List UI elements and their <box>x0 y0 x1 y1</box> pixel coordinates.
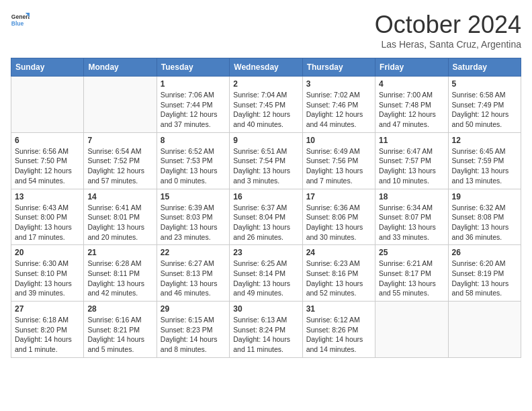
weekday-header: Wednesday <box>230 58 302 77</box>
calendar-cell: 31Sunrise: 6:12 AM Sunset: 8:26 PM Dayli… <box>302 302 375 358</box>
svg-text:Blue: Blue <box>11 20 24 27</box>
day-info: Sunrise: 6:41 AM Sunset: 8:01 PM Dayligh… <box>87 203 152 242</box>
calendar-cell: 11Sunrise: 6:47 AM Sunset: 7:57 PM Dayli… <box>375 132 448 189</box>
calendar-cell: 19Sunrise: 6:32 AM Sunset: 8:08 PM Dayli… <box>448 189 521 245</box>
day-number: 3 <box>306 79 371 89</box>
calendar-cell: 4Sunrise: 7:00 AM Sunset: 7:48 PM Daylig… <box>375 77 448 133</box>
day-info: Sunrise: 6:36 AM Sunset: 8:06 PM Dayligh… <box>306 203 371 242</box>
day-number: 14 <box>87 192 152 201</box>
calendar-week-row: 13Sunrise: 6:43 AM Sunset: 8:00 PM Dayli… <box>11 189 521 245</box>
day-info: Sunrise: 6:37 AM Sunset: 8:04 PM Dayligh… <box>233 203 298 242</box>
weekday-header: Tuesday <box>157 58 229 77</box>
day-info: Sunrise: 7:00 AM Sunset: 7:48 PM Dayligh… <box>379 90 444 130</box>
calendar-cell: 1Sunrise: 7:06 AM Sunset: 7:44 PM Daylig… <box>157 77 229 133</box>
day-number: 28 <box>87 304 152 314</box>
day-number: 18 <box>379 192 444 201</box>
calendar-cell: 15Sunrise: 6:39 AM Sunset: 8:03 PM Dayli… <box>157 189 229 245</box>
day-number: 15 <box>161 192 226 201</box>
calendar-cell: 27Sunrise: 6:18 AM Sunset: 8:20 PM Dayli… <box>11 302 84 358</box>
page-header: General Blue October 2024 Las Heras, San… <box>11 11 521 50</box>
day-info: Sunrise: 6:39 AM Sunset: 8:03 PM Dayligh… <box>161 203 226 242</box>
day-number: 2 <box>233 79 298 89</box>
day-info: Sunrise: 6:58 AM Sunset: 7:49 PM Dayligh… <box>452 90 517 130</box>
calendar-cell: 21Sunrise: 6:28 AM Sunset: 8:11 PM Dayli… <box>84 245 157 302</box>
weekday-header: Sunday <box>11 58 84 77</box>
day-number: 8 <box>161 136 226 145</box>
day-number: 26 <box>452 248 517 257</box>
day-info: Sunrise: 6:30 AM Sunset: 8:10 PM Dayligh… <box>15 259 80 298</box>
day-info: Sunrise: 6:25 AM Sunset: 8:14 PM Dayligh… <box>233 259 298 298</box>
calendar-week-row: 1Sunrise: 7:06 AM Sunset: 7:44 PM Daylig… <box>11 77 521 133</box>
calendar-cell: 17Sunrise: 6:36 AM Sunset: 8:06 PM Dayli… <box>302 189 375 245</box>
day-number: 7 <box>87 136 152 145</box>
day-info: Sunrise: 6:54 AM Sunset: 7:52 PM Dayligh… <box>87 146 152 186</box>
logo: General Blue <box>11 11 30 30</box>
calendar-cell: 14Sunrise: 6:41 AM Sunset: 8:01 PM Dayli… <box>84 189 157 245</box>
day-info: Sunrise: 6:56 AM Sunset: 7:50 PM Dayligh… <box>15 146 80 186</box>
day-info: Sunrise: 6:15 AM Sunset: 8:23 PM Dayligh… <box>161 315 226 355</box>
day-info: Sunrise: 6:12 AM Sunset: 8:26 PM Dayligh… <box>306 315 371 355</box>
day-number: 22 <box>161 248 226 257</box>
calendar-cell: 6Sunrise: 6:56 AM Sunset: 7:50 PM Daylig… <box>11 132 84 189</box>
day-number: 16 <box>233 192 298 201</box>
day-number: 21 <box>87 248 152 257</box>
day-number: 19 <box>452 192 517 201</box>
calendar-cell <box>375 302 448 358</box>
calendar-cell: 26Sunrise: 6:20 AM Sunset: 8:19 PM Dayli… <box>448 245 521 302</box>
calendar-cell: 28Sunrise: 6:16 AM Sunset: 8:21 PM Dayli… <box>84 302 157 358</box>
day-number: 29 <box>161 304 226 314</box>
calendar-cell: 12Sunrise: 6:45 AM Sunset: 7:59 PM Dayli… <box>448 132 521 189</box>
calendar-cell: 7Sunrise: 6:54 AM Sunset: 7:52 PM Daylig… <box>84 132 157 189</box>
weekday-header-row: SundayMondayTuesdayWednesdayThursdayFrid… <box>11 58 521 77</box>
day-number: 10 <box>306 136 371 145</box>
day-number: 30 <box>233 304 298 314</box>
day-number: 1 <box>161 79 226 89</box>
calendar-cell: 25Sunrise: 6:21 AM Sunset: 8:17 PM Dayli… <box>375 245 448 302</box>
day-number: 12 <box>452 136 517 145</box>
calendar-cell: 3Sunrise: 7:02 AM Sunset: 7:46 PM Daylig… <box>302 77 375 133</box>
day-number: 13 <box>15 192 80 201</box>
day-info: Sunrise: 6:43 AM Sunset: 8:00 PM Dayligh… <box>15 203 80 242</box>
day-number: 4 <box>379 79 444 89</box>
calendar-cell: 18Sunrise: 6:34 AM Sunset: 8:07 PM Dayli… <box>375 189 448 245</box>
calendar-cell: 23Sunrise: 6:25 AM Sunset: 8:14 PM Dayli… <box>230 245 302 302</box>
day-info: Sunrise: 6:13 AM Sunset: 8:24 PM Dayligh… <box>233 315 298 355</box>
weekday-header: Friday <box>375 58 448 77</box>
calendar-cell: 2Sunrise: 7:04 AM Sunset: 7:45 PM Daylig… <box>230 77 302 133</box>
calendar-cell: 13Sunrise: 6:43 AM Sunset: 8:00 PM Dayli… <box>11 189 84 245</box>
day-info: Sunrise: 7:02 AM Sunset: 7:46 PM Dayligh… <box>306 90 371 130</box>
calendar-cell: 30Sunrise: 6:13 AM Sunset: 8:24 PM Dayli… <box>230 302 302 358</box>
location: Las Heras, Santa Cruz, Argentina <box>375 39 521 50</box>
weekday-header: Monday <box>84 58 157 77</box>
calendar-cell <box>84 77 157 133</box>
logo-icon: General Blue <box>11 11 30 30</box>
title-block: October 2024 Las Heras, Santa Cruz, Arge… <box>375 11 521 50</box>
calendar-cell <box>448 302 521 358</box>
day-info: Sunrise: 6:45 AM Sunset: 7:59 PM Dayligh… <box>452 146 517 186</box>
day-info: Sunrise: 6:32 AM Sunset: 8:08 PM Dayligh… <box>452 203 517 242</box>
day-number: 9 <box>233 136 298 145</box>
day-number: 27 <box>15 304 80 314</box>
calendar-cell: 5Sunrise: 6:58 AM Sunset: 7:49 PM Daylig… <box>448 77 521 133</box>
day-number: 11 <box>379 136 444 145</box>
calendar-table: SundayMondayTuesdayWednesdayThursdayFrid… <box>11 58 521 358</box>
day-info: Sunrise: 6:47 AM Sunset: 7:57 PM Dayligh… <box>379 146 444 186</box>
day-number: 20 <box>15 248 80 257</box>
calendar-week-row: 27Sunrise: 6:18 AM Sunset: 8:20 PM Dayli… <box>11 302 521 358</box>
day-info: Sunrise: 6:52 AM Sunset: 7:53 PM Dayligh… <box>161 146 226 186</box>
day-number: 31 <box>306 304 371 314</box>
calendar-cell: 9Sunrise: 6:51 AM Sunset: 7:54 PM Daylig… <box>230 132 302 189</box>
calendar-week-row: 20Sunrise: 6:30 AM Sunset: 8:10 PM Dayli… <box>11 245 521 302</box>
day-number: 6 <box>15 136 80 145</box>
day-info: Sunrise: 7:06 AM Sunset: 7:44 PM Dayligh… <box>161 90 226 130</box>
calendar-cell <box>11 77 84 133</box>
calendar-cell: 22Sunrise: 6:27 AM Sunset: 8:13 PM Dayli… <box>157 245 229 302</box>
svg-text:General: General <box>11 13 30 20</box>
calendar-cell: 10Sunrise: 6:49 AM Sunset: 7:56 PM Dayli… <box>302 132 375 189</box>
weekday-header: Saturday <box>448 58 521 77</box>
day-info: Sunrise: 6:20 AM Sunset: 8:19 PM Dayligh… <box>452 259 517 298</box>
day-info: Sunrise: 7:04 AM Sunset: 7:45 PM Dayligh… <box>233 90 298 130</box>
calendar-cell: 16Sunrise: 6:37 AM Sunset: 8:04 PM Dayli… <box>230 189 302 245</box>
day-number: 17 <box>306 192 371 201</box>
calendar-cell: 29Sunrise: 6:15 AM Sunset: 8:23 PM Dayli… <box>157 302 229 358</box>
